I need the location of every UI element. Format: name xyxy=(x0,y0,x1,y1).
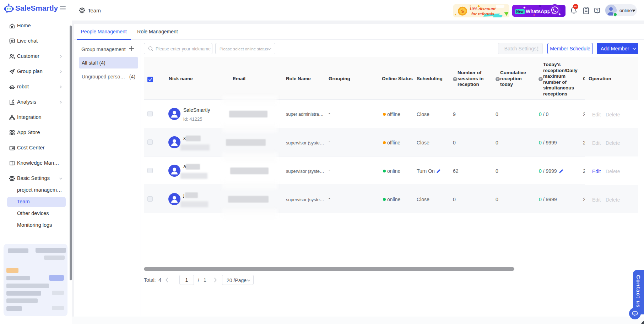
svg-text:?: ? xyxy=(596,8,598,12)
